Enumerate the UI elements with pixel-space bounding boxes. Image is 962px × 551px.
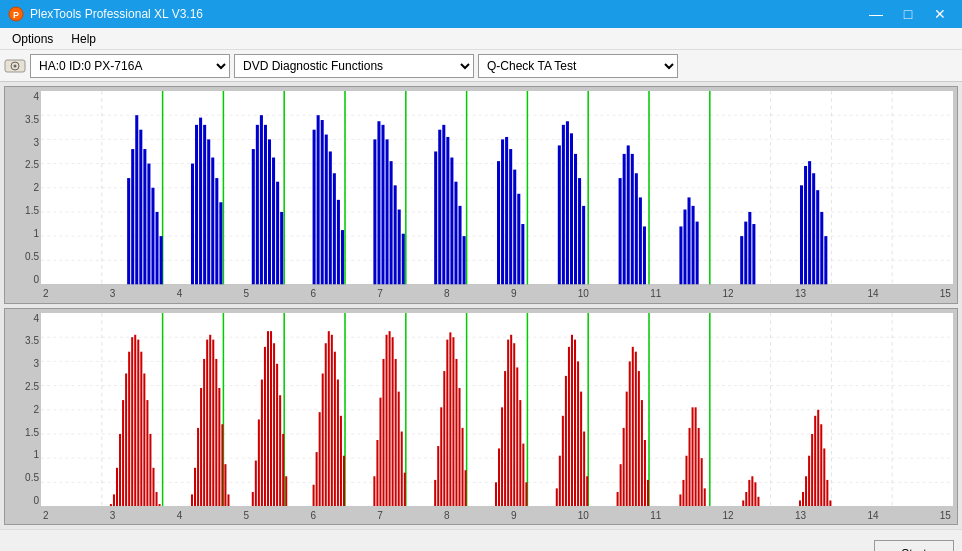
svg-rect-215 <box>398 391 400 506</box>
svg-rect-176 <box>206 339 208 506</box>
svg-rect-52 <box>219 202 222 284</box>
svg-rect-273 <box>748 479 750 506</box>
svg-rect-113 <box>748 212 751 285</box>
svg-rect-250 <box>586 476 588 506</box>
svg-rect-109 <box>692 206 695 285</box>
svg-rect-264 <box>685 455 687 506</box>
svg-rect-216 <box>401 431 403 506</box>
svg-rect-160 <box>128 351 130 506</box>
svg-rect-77 <box>434 151 437 284</box>
svg-rect-224 <box>452 337 454 506</box>
top-chart-y-axis: 4 3.5 3 2.5 2 1.5 1 0.5 0 <box>5 91 41 285</box>
svg-rect-39 <box>139 130 142 285</box>
svg-rect-238 <box>522 443 524 506</box>
svg-rect-218 <box>434 479 436 506</box>
minimize-button[interactable]: — <box>862 4 890 24</box>
svg-rect-186 <box>258 419 260 506</box>
svg-rect-75 <box>398 210 401 285</box>
toolbar: HA:0 ID:0 PX-716A DVD Diagnostic Functio… <box>0 50 962 82</box>
svg-rect-70 <box>377 121 380 284</box>
svg-rect-219 <box>437 446 439 506</box>
svg-rect-55 <box>260 115 263 284</box>
svg-rect-111 <box>740 236 743 284</box>
svg-rect-249 <box>583 431 585 506</box>
bottom-chart-container: 4 3.5 3 2.5 2 1.5 1 0.5 0 <box>4 308 958 526</box>
svg-rect-171 <box>191 494 193 506</box>
bottom-chart-x-axis: 2 3 4 5 6 7 8 9 10 11 12 13 14 15 <box>41 506 953 524</box>
svg-rect-40 <box>143 149 146 284</box>
svg-rect-209 <box>379 397 381 506</box>
svg-rect-71 <box>381 125 384 285</box>
svg-rect-65 <box>329 151 332 284</box>
maximize-button[interactable]: □ <box>894 4 922 24</box>
svg-rect-66 <box>333 173 336 284</box>
svg-rect-165 <box>143 373 145 506</box>
svg-rect-237 <box>519 400 521 506</box>
svg-rect-82 <box>454 182 457 285</box>
svg-rect-104 <box>639 197 642 284</box>
svg-rect-83 <box>458 206 461 285</box>
menu-options[interactable]: Options <box>4 30 61 48</box>
svg-rect-92 <box>558 145 561 284</box>
svg-rect-266 <box>692 407 694 506</box>
bottom-chart-y-axis: 4 3.5 3 2.5 2 1.5 1 0.5 0 <box>5 313 41 507</box>
svg-rect-212 <box>389 331 391 506</box>
svg-rect-114 <box>752 224 755 284</box>
svg-rect-269 <box>701 458 703 506</box>
svg-rect-208 <box>376 439 378 506</box>
svg-rect-253 <box>623 427 625 506</box>
svg-rect-179 <box>215 358 217 506</box>
svg-rect-188 <box>264 346 266 506</box>
test-select[interactable]: Q-Check TA Test <box>478 54 678 78</box>
svg-rect-222 <box>446 339 448 506</box>
start-button[interactable]: Start <box>874 540 954 552</box>
svg-rect-174 <box>200 387 202 506</box>
svg-rect-230 <box>498 448 500 506</box>
svg-text:P: P <box>13 10 19 20</box>
svg-rect-79 <box>442 125 445 285</box>
svg-rect-223 <box>449 332 451 506</box>
svg-rect-89 <box>513 170 516 285</box>
svg-rect-76 <box>402 234 405 285</box>
svg-rect-48 <box>203 125 206 285</box>
close-button[interactable]: ✕ <box>926 4 954 24</box>
svg-rect-87 <box>505 137 508 285</box>
svg-rect-106 <box>679 226 682 284</box>
svg-rect-175 <box>203 358 205 506</box>
svg-rect-45 <box>191 164 194 285</box>
svg-rect-275 <box>754 482 756 506</box>
svg-rect-93 <box>562 125 565 285</box>
svg-rect-274 <box>751 476 753 506</box>
svg-rect-108 <box>688 197 691 284</box>
svg-rect-283 <box>817 409 819 506</box>
svg-rect-42 <box>151 188 154 285</box>
svg-rect-50 <box>211 158 214 285</box>
device-select[interactable]: HA:0 ID:0 PX-716A <box>30 54 230 78</box>
menu-help[interactable]: Help <box>63 30 104 48</box>
svg-rect-194 <box>282 433 284 506</box>
svg-rect-206 <box>343 455 345 506</box>
svg-rect-183 <box>227 494 229 506</box>
top-chart-svg <box>41 91 953 285</box>
svg-rect-286 <box>826 479 828 506</box>
svg-rect-178 <box>212 339 214 506</box>
svg-rect-95 <box>570 133 573 284</box>
svg-rect-244 <box>568 346 570 506</box>
svg-rect-228 <box>465 470 467 506</box>
svg-rect-214 <box>395 358 397 506</box>
svg-rect-91 <box>521 224 524 284</box>
top-chart-inner <box>41 91 953 285</box>
menu-bar: Options Help <box>0 28 962 50</box>
top-chart-container: 4 3.5 3 2.5 2 1.5 1 0.5 0 <box>4 86 958 304</box>
svg-rect-162 <box>134 334 136 506</box>
app-icon: P <box>8 6 24 22</box>
svg-rect-167 <box>149 433 151 506</box>
svg-rect-73 <box>390 161 393 284</box>
svg-rect-163 <box>137 339 139 506</box>
top-chart-x-axis: 2 3 4 5 6 7 8 9 10 11 12 13 14 15 <box>41 285 953 303</box>
svg-rect-187 <box>261 379 263 506</box>
function-select[interactable]: DVD Diagnostic Functions <box>234 54 474 78</box>
svg-rect-80 <box>446 137 449 285</box>
svg-rect-196 <box>313 484 315 506</box>
svg-rect-265 <box>689 427 691 506</box>
